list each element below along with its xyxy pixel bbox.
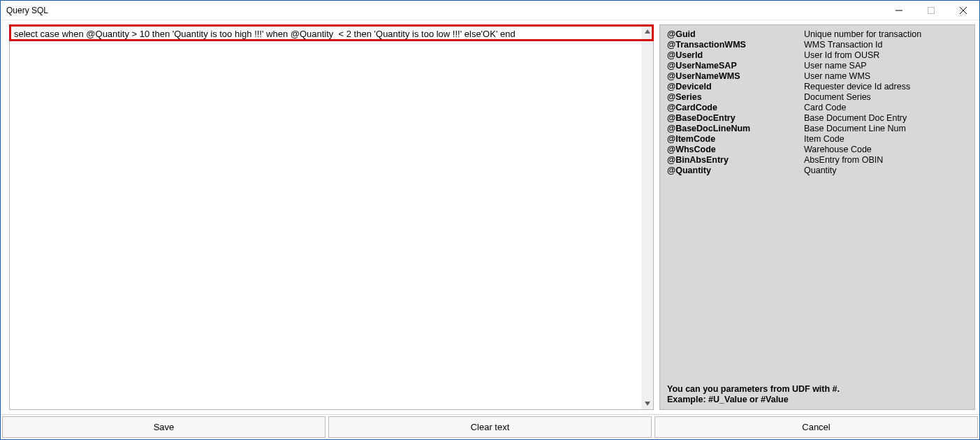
chevron-down-icon [645,401,650,406]
editor-wrap [9,24,654,410]
button-label: Cancel [802,422,830,432]
help-val: AbsEntry from OBIN [804,155,966,166]
help-key: @WhsCode [667,145,804,155]
close-button[interactable] [947,1,979,20]
help-val: Item Code [804,134,966,145]
minimize-button[interactable] [883,1,915,20]
help-note: You can you parameters from UDF with #. … [667,384,966,405]
help-row: @CardCode Card Code [667,103,966,113]
help-row: @DeviceId Requester device Id adress [667,82,966,92]
svg-marker-5 [645,402,650,406]
help-row: @UserId User Id from OUSR [667,50,966,61]
help-row: @Guid Unique number for transaction [667,29,966,40]
help-val: User name WMS [804,71,966,82]
help-val: Document Series [804,92,966,103]
help-val: User name SAP [804,61,966,71]
help-key: @BaseDocEntry [667,113,804,124]
svg-rect-1 [928,7,935,13]
help-row: @BinAbsEntry AbsEntry from OBIN [667,155,966,166]
cancel-button[interactable]: Cancel [654,416,978,438]
help-key: @TransactionWMS [667,40,804,50]
scroll-up-arrow[interactable] [641,25,653,37]
vertical-scrollbar[interactable] [641,25,653,409]
body: @Guid Unique number for transaction @Tra… [1,20,979,439]
help-panel: @Guid Unique number for transaction @Tra… [659,24,975,410]
button-row: Save Clear text Cancel [1,414,979,439]
help-row: @Quantity Quantity [667,166,966,176]
titlebar: Query SQL [1,1,979,20]
help-key: @Guid [667,29,804,40]
help-row: @UserNameWMS User name WMS [667,71,966,82]
clear-text-button[interactable]: Clear text [328,416,652,438]
scrollbar-track[interactable] [641,37,653,397]
help-row: @TransactionWMS WMS Transaction Id [667,40,966,50]
help-key: @CardCode [667,103,804,113]
svg-marker-4 [645,29,650,34]
maximize-icon [928,7,935,14]
sql-editor [9,24,654,410]
help-key: @BaseDocLineNum [667,124,804,134]
window-title: Query SQL [6,6,48,15]
help-key: @BinAbsEntry [667,155,804,166]
help-row: @UserNameSAP User name SAP [667,61,966,71]
help-val: Warehouse Code [804,145,966,155]
window-root: Query SQL [0,0,980,440]
help-val: User Id from OUSR [804,50,966,61]
help-val: Unique number for transaction [804,29,966,40]
help-note-line: Example: #U_Value or #Value [667,395,966,405]
help-row: @WhsCode Warehouse Code [667,145,966,155]
help-key: @UserId [667,50,804,61]
help-key: @UserNameSAP [667,61,804,71]
help-val: Card Code [804,103,966,113]
help-row: @Series Document Series [667,92,966,103]
maximize-button [915,1,947,20]
help-key: @Quantity [667,166,804,176]
button-label: Save [154,422,175,432]
chevron-up-icon [645,29,650,34]
help-key: @DeviceId [667,82,804,92]
scroll-down-arrow[interactable] [641,397,653,409]
help-key: @ItemCode [667,134,804,145]
help-key: @Series [667,92,804,103]
help-row: @BaseDocEntry Base Document Doc Entry [667,113,966,124]
help-val: Base Document Doc Entry [804,113,966,124]
minimize-icon [895,7,902,14]
help-row: @BaseDocLineNum Base Document Line Num [667,124,966,134]
button-label: Clear text [471,422,510,432]
help-val: Base Document Line Num [804,124,966,134]
sql-input[interactable] [10,25,641,409]
help-val: Quantity [804,166,966,176]
close-icon [960,7,967,14]
help-row: @ItemCode Item Code [667,134,966,145]
help-val: WMS Transaction Id [804,40,966,50]
save-button[interactable]: Save [2,416,326,438]
help-val: Requester device Id adress [804,82,966,92]
help-params-table: @Guid Unique number for transaction @Tra… [667,29,966,176]
help-note-line: You can you parameters from UDF with #. [667,384,966,395]
help-key: @UserNameWMS [667,71,804,82]
panels: @Guid Unique number for transaction @Tra… [1,20,979,414]
